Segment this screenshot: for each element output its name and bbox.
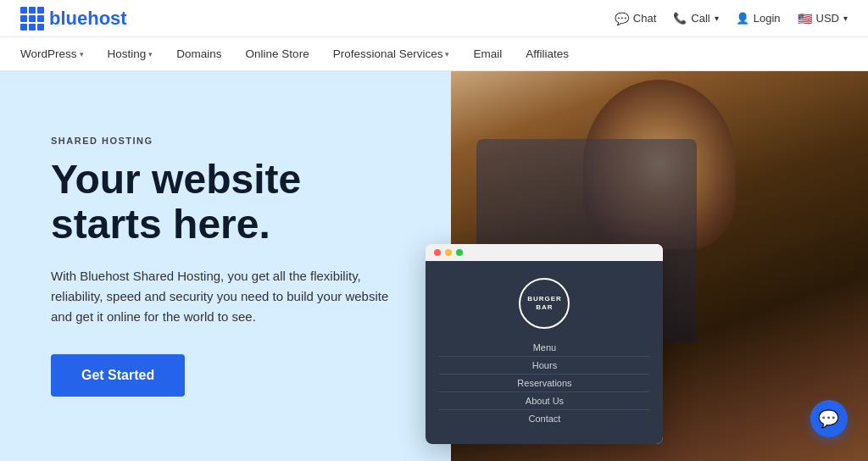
- burger-menu-item: Menu: [439, 339, 649, 357]
- burger-menu: MenuHoursReservationsAbout UsContact: [439, 339, 649, 427]
- user-icon: [736, 12, 749, 25]
- chat-widget-icon: 💬: [818, 408, 839, 429]
- burger-logo-text: BURGERBAR: [527, 295, 562, 311]
- login-button[interactable]: Login: [736, 12, 781, 25]
- hero-subtitle: SHARED HOSTING: [51, 136, 431, 146]
- browser-dot-green: [456, 249, 463, 256]
- nav-item-affiliates[interactable]: Affiliates: [526, 47, 569, 60]
- hero-right: BURGERBAR MenuHoursReservationsAbout UsC…: [451, 71, 868, 461]
- logo-grid-icon: [20, 7, 44, 31]
- browser-mockup: BURGERBAR MenuHoursReservationsAbout UsC…: [426, 244, 663, 444]
- chat-icon: [615, 12, 629, 25]
- hero-left: SHARED HOSTING Your websitestarts here. …: [0, 71, 451, 461]
- phone-icon: [673, 12, 687, 25]
- hero-section: SHARED HOSTING Your websitestarts here. …: [0, 71, 868, 461]
- logo-text: bluehost: [49, 8, 127, 30]
- chat-button[interactable]: Chat: [615, 12, 656, 25]
- burger-menu-item: Hours: [439, 357, 649, 375]
- nav-item-domains[interactable]: Domains: [176, 47, 221, 60]
- browser-bar: [426, 244, 663, 261]
- flag-icon: [798, 12, 812, 25]
- nav-item-online-store[interactable]: Online Store: [246, 47, 309, 60]
- call-label: Call: [691, 12, 709, 25]
- burger-menu-item: Contact: [439, 410, 649, 427]
- nav-item-wordpress[interactable]: WordPress: [20, 47, 84, 60]
- hero-description: With Bluehost Shared Hosting, you get al…: [51, 266, 390, 327]
- chat-widget-button[interactable]: 💬: [810, 400, 848, 437]
- main-nav: WordPressHostingDomainsOnline StoreProfe…: [0, 37, 868, 71]
- call-button[interactable]: Call: [673, 12, 718, 25]
- chat-label: Chat: [633, 12, 656, 25]
- nav-item-email[interactable]: Email: [473, 47, 502, 60]
- currency-label: USD: [816, 12, 839, 25]
- browser-content: BURGERBAR MenuHoursReservationsAbout UsC…: [426, 261, 663, 444]
- top-actions: Chat Call Login USD: [615, 12, 848, 25]
- get-started-button[interactable]: Get Started: [51, 354, 185, 397]
- logo[interactable]: bluehost: [20, 7, 127, 31]
- browser-dot-yellow: [445, 249, 452, 256]
- nav-item-hosting[interactable]: Hosting: [108, 47, 153, 60]
- browser-dot-red: [434, 249, 441, 256]
- burger-menu-item: Reservations: [439, 375, 649, 392]
- nav-item-professional-services[interactable]: Professional Services: [333, 47, 450, 60]
- hero-title: Your websitestarts here.: [51, 158, 431, 247]
- top-bar: bluehost Chat Call Login USD: [0, 0, 868, 37]
- burger-menu-item: About Us: [439, 392, 649, 410]
- login-label: Login: [754, 12, 781, 25]
- burger-logo: BURGERBAR: [519, 278, 570, 329]
- currency-button[interactable]: USD: [798, 12, 848, 25]
